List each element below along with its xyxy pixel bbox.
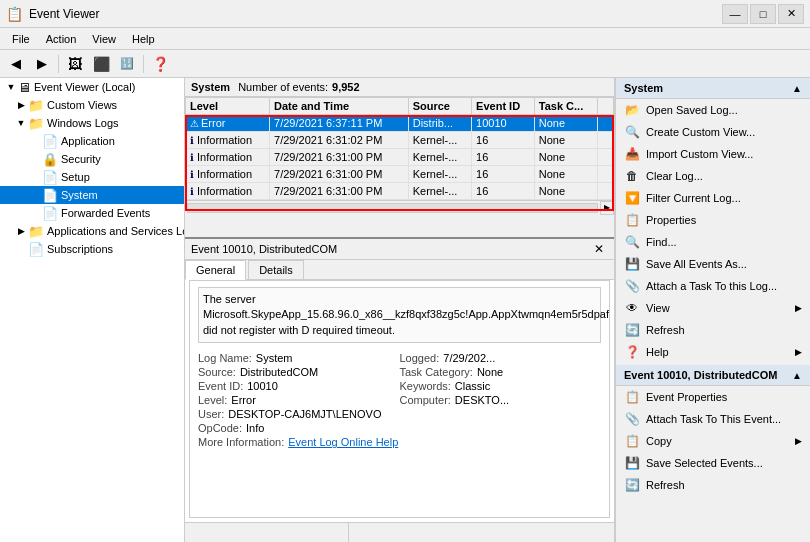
value-logged: 7/29/202... (443, 352, 495, 364)
tree-item-windowslogs[interactable]: ▼ 📁 Windows Logs (0, 114, 184, 132)
table-row[interactable]: ℹ Information 7/29/2021 6:31:02 PM Kerne… (186, 132, 614, 149)
tree-item-system[interactable]: 📄 System (0, 186, 184, 204)
action-properties[interactable]: 📋 Properties (616, 209, 810, 231)
label-keywords: Keywords: (400, 380, 451, 392)
expander-customviews: ▶ (14, 100, 28, 110)
properties-button[interactable]: 🖼 (63, 53, 87, 75)
action-refresh-event[interactable]: 🔄 Refresh (616, 474, 810, 496)
icon-system: 📄 (42, 188, 58, 203)
action-help-system[interactable]: ❓ Help ▶ (616, 341, 810, 363)
tree-item-subscriptions[interactable]: 📄 Subscriptions (0, 240, 184, 258)
action-clear-log[interactable]: 🗑 Clear Log... (616, 165, 810, 187)
detail-title-bar: Event 10010, DistributedCOM ✕ (185, 239, 614, 260)
value-taskcategory: None (477, 366, 503, 378)
action-find[interactable]: 🔍 Find... (616, 231, 810, 253)
value-opcode: Info (246, 422, 264, 434)
tab-details[interactable]: Details (248, 260, 304, 279)
actions-collapse-arrow-event[interactable]: ▲ (792, 370, 802, 381)
detail-field-row: Event ID: 10010 Keywords: Classic (198, 379, 601, 393)
tree-item-application[interactable]: 📄 Application (0, 132, 184, 150)
action-label-attach-task-event: Attach Task To This Event... (646, 413, 781, 425)
cell-eventid: 16 (472, 132, 535, 149)
hash-button[interactable]: 🔢 (115, 53, 139, 75)
action-event-properties[interactable]: 📋 Event Properties (616, 386, 810, 408)
action-open-saved-log[interactable]: 📂 Open Saved Log... (616, 99, 810, 121)
detail-close-button[interactable]: ✕ (590, 242, 608, 256)
detail-link-online-help[interactable]: Event Log Online Help (288, 436, 398, 448)
action-label-help-system: Help (646, 346, 669, 358)
label-level: Level: (198, 394, 227, 406)
action-copy[interactable]: 📋 Copy ▶ (616, 430, 810, 452)
icon-application: 📄 (42, 134, 58, 149)
maximize-button[interactable]: □ (750, 4, 776, 24)
events-header-bar: System Number of events: 9,952 (185, 78, 614, 97)
actions-title-system: System ▲ (616, 78, 810, 99)
actions-title-label-system: System (624, 82, 663, 94)
expander-windowslogs: ▼ (14, 118, 28, 128)
tree-item-setup[interactable]: 📄 Setup (0, 168, 184, 186)
tree-item-security[interactable]: 🔒 Security (0, 150, 184, 168)
action-refresh-system[interactable]: 🔄 Refresh (616, 319, 810, 341)
detail-title: Event 10010, DistributedCOM (191, 243, 337, 255)
detail-fields-table: Log Name: System Logged: 7/29/202... (198, 351, 601, 449)
cell-source: Kernel-... (408, 132, 471, 149)
black-button[interactable]: ⬛ (89, 53, 113, 75)
actions-title-event: Event 10010, DistributedCOM ▲ (616, 365, 810, 386)
action-save-selected[interactable]: 💾 Save Selected Events... (616, 452, 810, 474)
menu-view[interactable]: View (84, 31, 124, 47)
expander-appservices: ▶ (14, 226, 28, 236)
menu-file[interactable]: File (4, 31, 38, 47)
value-eventid: 10010 (247, 380, 278, 392)
action-label-refresh-event: Refresh (646, 479, 685, 491)
right-panel-actions: System ▲ 📂 Open Saved Log... 🔍 Create Cu… (615, 78, 810, 542)
menu-action[interactable]: Action (38, 31, 85, 47)
detail-message: The server Microsoft.SkypeApp_15.68.96.0… (198, 287, 601, 343)
table-row[interactable]: ℹ Information 7/29/2021 6:31:00 PM Kerne… (186, 149, 614, 166)
cell-eventid: 10010 (472, 115, 535, 132)
icon-customviews: 📁 (28, 98, 44, 113)
hscroll-right[interactable]: ▶ (600, 201, 614, 215)
cell-extra (598, 166, 614, 183)
help-button[interactable]: ❓ (148, 53, 172, 75)
back-button[interactable]: ◀ (4, 53, 28, 75)
detail-field-row: Level: Error Computer: DESKTO... (198, 393, 601, 407)
action-label-copy: Copy (646, 435, 672, 447)
label-eventid: Event ID: (198, 380, 243, 392)
forward-button[interactable]: ▶ (30, 53, 54, 75)
action-create-custom-view[interactable]: 🔍 Create Custom View... (616, 121, 810, 143)
table-row[interactable]: ℹ Information 7/29/2021 6:31:00 PM Kerne… (186, 183, 614, 200)
copy-arrow-icon: ▶ (795, 436, 802, 446)
close-button[interactable]: ✕ (778, 4, 804, 24)
action-import-custom-view[interactable]: 📥 Import Custom View... (616, 143, 810, 165)
tree-item-customviews[interactable]: ▶ 📁 Custom Views (0, 96, 184, 114)
action-attach-task-log[interactable]: 📎 Attach a Task To this Log... (616, 275, 810, 297)
save-all-events-icon: 💾 (624, 257, 640, 271)
tree-item-eventvwr[interactable]: ▼ 🖥 Event Viewer (Local) (0, 78, 184, 96)
tree-item-forwardedevents[interactable]: 📄 Forwarded Events (0, 204, 184, 222)
action-filter-log[interactable]: 🔽 Filter Current Log... (616, 187, 810, 209)
statusbar-section-1 (189, 523, 349, 542)
table-row[interactable]: ℹ Information 7/29/2021 6:31:00 PM Kerne… (186, 166, 614, 183)
label-source: Source: (198, 366, 236, 378)
cell-source: Kernel-... (408, 183, 471, 200)
action-view[interactable]: 👁 View ▶ (616, 297, 810, 319)
main-layout: ▼ 🖥 Event Viewer (Local) ▶ 📁 Custom View… (0, 78, 810, 542)
table-row[interactable]: ⚠Error 7/29/2021 6:37:11 PM Distrib... 1… (186, 115, 614, 132)
menu-help[interactable]: Help (124, 31, 163, 47)
action-save-all-events[interactable]: 💾 Save All Events As... (616, 253, 810, 275)
tree-item-appservices[interactable]: ▶ 📁 Applications and Services Lo... (0, 222, 184, 240)
label-system: System (61, 189, 98, 201)
events-table-wrap[interactable]: Level Date and Time Source Event ID Task… (185, 97, 614, 237)
minimize-button[interactable]: — (722, 4, 748, 24)
tab-general[interactable]: General (185, 260, 246, 280)
action-attach-task-event[interactable]: 📎 Attach Task To This Event... (616, 408, 810, 430)
action-label-save-all-events: Save All Events As... (646, 258, 747, 270)
label-computer: Computer: (400, 394, 451, 406)
col-source: Source (408, 98, 471, 115)
center-panel: System Number of events: 9,952 Level Dat… (185, 78, 615, 542)
actions-section-event: Event 10010, DistributedCOM ▲ 📋 Event Pr… (616, 365, 810, 496)
cell-task: None (534, 166, 597, 183)
copy-icon: 📋 (624, 434, 640, 448)
actions-collapse-arrow-system[interactable]: ▲ (792, 83, 802, 94)
expander-application (28, 136, 42, 146)
